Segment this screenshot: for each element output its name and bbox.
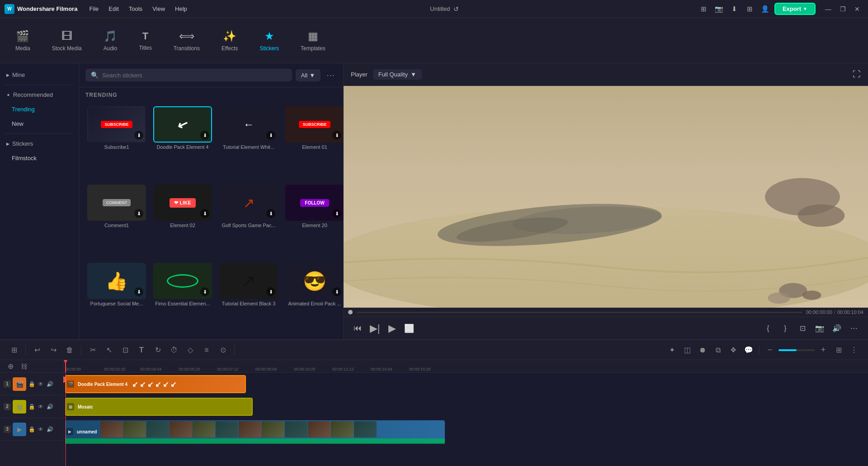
chain-link-icon[interactable]: ⛓ [17, 360, 31, 373]
track-clip-doodle[interactable]: 🎬 Doodle Pack Element 4 ↙ ↙ ↙ ↙ ↙ ↙ [65, 375, 246, 393]
group-button[interactable]: ⧉ [711, 343, 725, 357]
track-mute-3[interactable]: 🔊 [46, 426, 53, 433]
maximize-button[interactable]: ❐ [836, 3, 849, 15]
zoom-slider[interactable] [778, 349, 815, 351]
rotate-button[interactable]: ↻ [151, 343, 165, 357]
download-sticker-icon[interactable]: ⬇ [134, 131, 143, 140]
cut-button[interactable]: ✂ [86, 343, 99, 357]
download-sticker-comment-icon[interactable]: ⬇ [134, 209, 143, 218]
download-icon[interactable]: ⬇ [728, 3, 741, 15]
sidebar-item-filmstock[interactable]: Filmstock [3, 151, 76, 165]
track-lock-3[interactable]: 🔒 [28, 426, 35, 433]
sticker-portuguese[interactable]: 👍 ⬇ Portuguese Social Me... [85, 261, 148, 336]
ai-button[interactable]: ✦ [665, 343, 679, 357]
snapshot-player-button[interactable]: 📷 [813, 322, 826, 335]
expand-button[interactable]: ⋮ [847, 343, 861, 357]
text-button[interactable]: T [135, 343, 148, 357]
download-sticker-golf-icon[interactable]: ⬇ [266, 209, 275, 218]
sidebar-header-recommended[interactable]: ▼ Recommended [0, 88, 79, 102]
export-button[interactable]: Export ▼ [774, 3, 816, 15]
fit-to-screen-button[interactable]: ⊡ [796, 322, 809, 335]
toolbar-effects[interactable]: ✨ Effects [215, 26, 244, 55]
sidebar-item-trending[interactable]: Trending [3, 102, 76, 116]
stop-button[interactable]: ⬜ [402, 322, 416, 335]
download-sticker-tutblack-icon[interactable]: ⬇ [266, 287, 275, 296]
minimize-button[interactable]: — [822, 3, 835, 15]
sticker-tut-black[interactable]: ↗ ⬇ Tutorial Element Black 3 [217, 261, 280, 336]
sticker-element01[interactable]: SUBSCRIBE ⬇ Element 01 [283, 105, 343, 179]
sidebar-header-mine[interactable]: ▶ Mine [0, 68, 79, 82]
sticker-subscribe1[interactable]: SUBSCRIBE ⬇ Subscribe1 [85, 105, 148, 179]
toolbar-stickers[interactable]: ★ Stickers [253, 26, 285, 55]
download-sticker-element02-icon[interactable]: ⬇ [200, 209, 209, 218]
quality-selector[interactable]: Full Quality ▼ [373, 69, 422, 80]
sticker-element02[interactable]: ❤ LIKE ⬇ Element 02 [151, 183, 214, 257]
toolbar-audio[interactable]: 🎵 Audio [97, 26, 124, 55]
account-icon[interactable]: 👤 [759, 3, 772, 15]
volume-button[interactable]: 🔊 [830, 322, 844, 335]
menu-edit[interactable]: Edit [104, 4, 123, 14]
sticker-doodle4[interactable]: ↙ ⬇ Doodle Pack Element 4 [151, 105, 214, 179]
crop-button[interactable]: ⊡ [118, 343, 132, 357]
zoom-out-button[interactable]: − [763, 343, 777, 357]
toolbar-stock-media[interactable]: 🎞 Stock Media [46, 26, 88, 55]
sticker-emoji[interactable]: 😎 ⬇ Animated Emoii Pack ... [283, 261, 343, 336]
toolbar-titles[interactable]: T Titles [132, 27, 158, 55]
play-button[interactable]: ▶ [385, 322, 399, 335]
filter-button[interactable]: All ▼ [296, 69, 321, 81]
redo-button[interactable]: ↪ [47, 343, 60, 357]
play-forward-button[interactable]: ▶| [368, 322, 382, 335]
sticker-golf[interactable]: ↗ ⬇ Golf Sports Game Pac... [217, 183, 280, 257]
speed-button[interactable]: ⏱ [167, 343, 181, 357]
download-sticker-portuguese-icon[interactable]: ⬇ [134, 287, 143, 296]
download-sticker-tutorial-icon[interactable]: ⬇ [266, 131, 275, 140]
undo-button[interactable]: ↩ [30, 343, 44, 357]
download-sticker-element20-icon[interactable]: ⬇ [332, 209, 341, 218]
more-tools-button[interactable]: ⊙ [216, 343, 230, 357]
menu-file[interactable]: File [85, 4, 103, 14]
sticker-tutorial-white[interactable]: ← ⬇ Tutorial Element Whit... [217, 105, 280, 179]
track-lock-2[interactable]: 🔒 [28, 403, 35, 410]
sticker-fimo[interactable]: ⬇ Fimo Essential Elemen... [151, 261, 214, 336]
add-clip-button[interactable]: ⊕ [4, 360, 17, 373]
step-back-button[interactable]: ⏮ [351, 322, 364, 335]
download-sticker-doodle-icon[interactable]: ⬇ [200, 131, 209, 140]
toolbar-media[interactable]: 🎬 Media [9, 26, 37, 55]
toolbar-transitions[interactable]: ⟺ Transitions [167, 26, 206, 55]
track-visibility-2[interactable]: 👁 [37, 403, 44, 410]
download-sticker-fimo-icon[interactable]: ⬇ [200, 287, 209, 296]
download-sticker-emoji-icon[interactable]: ⬇ [332, 287, 341, 296]
layout-icon[interactable]: ⊞ [698, 3, 710, 15]
delete-button[interactable]: 🗑 [63, 343, 76, 357]
split-button[interactable]: ❖ [726, 343, 740, 357]
snapshot-icon[interactable]: 📷 [713, 3, 726, 15]
apps-icon[interactable]: ⊞ [744, 3, 756, 15]
color-button[interactable]: ◇ [184, 343, 197, 357]
sticker-element20[interactable]: FOLLOW ⬇ Element 20 [283, 183, 343, 257]
mark-out-button[interactable]: } [778, 322, 792, 335]
more-options-button[interactable]: ⋯ [324, 69, 337, 81]
track-mute-2[interactable]: 🔊 [46, 403, 53, 410]
download-sticker-element01-icon[interactable]: ⬇ [332, 131, 341, 140]
toolbar-templates[interactable]: ▦ Templates [294, 26, 332, 55]
mark-in-button[interactable]: { [761, 322, 775, 335]
track-mute-1[interactable]: 🔊 [46, 380, 53, 388]
fullscreen-icon[interactable]: ⛶ [853, 70, 861, 79]
zoom-in-button[interactable]: + [816, 343, 830, 357]
sidebar-header-stickers[interactable]: ▶ Stickers [0, 137, 79, 151]
more-player-button[interactable]: ⋯ [847, 322, 861, 335]
track-lock-1[interactable]: 🔒 [28, 380, 35, 388]
grid-view-button[interactable]: ⊞ [832, 343, 845, 357]
audio-button[interactable]: ≡ [200, 343, 213, 357]
menu-view[interactable]: View [148, 4, 170, 14]
close-button[interactable]: ✕ [851, 3, 863, 15]
snap-button[interactable]: ◫ [680, 343, 694, 357]
subtitle-button[interactable]: 💬 [742, 343, 755, 357]
record-button[interactable]: ⏺ [696, 343, 709, 357]
menu-tools[interactable]: Tools [124, 4, 147, 14]
add-track-button[interactable]: ⊞ [7, 343, 21, 357]
select-button[interactable]: ↖ [102, 343, 116, 357]
sidebar-item-new[interactable]: New [3, 117, 76, 131]
playback-track[interactable] [356, 312, 802, 313]
search-input[interactable] [102, 72, 287, 79]
